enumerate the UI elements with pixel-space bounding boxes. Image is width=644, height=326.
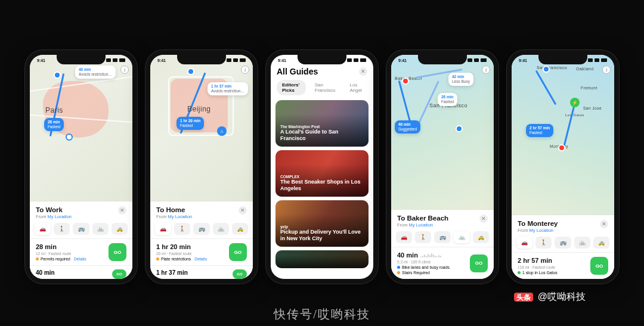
destination-pin[interactable] (66, 133, 73, 141)
go-button[interactable]: GO (229, 243, 247, 261)
destination-pin[interactable] (402, 77, 409, 85)
battery-icon (481, 58, 487, 62)
screen: 9:41 Paris i 40 min Avoids restriction… … (30, 55, 132, 279)
wifi-icon (113, 58, 117, 62)
origin-pin[interactable] (187, 68, 194, 75)
signal-icon (106, 58, 111, 62)
guides-tabs: Editors' Picks San Francisco Los Angel (271, 80, 373, 100)
go-button[interactable]: GO (470, 254, 488, 272)
battery-icon (360, 58, 366, 62)
transport-mode-picker: 🚗 🚶 🚌 🚲 🚕 (512, 237, 614, 252)
route-option[interactable]: 28 min 12 mi · Fastest route Permits req… (30, 238, 132, 265)
map-info-button[interactable]: i (241, 66, 249, 74)
route-callout-fastest[interactable]: 28 min Fastest (44, 118, 64, 131)
transport-mode-picker: 🚗 🚶 🚌 🚲 🚕 (391, 231, 494, 247)
guide-source: The Washington Post (280, 125, 364, 129)
mode-walk[interactable]: 🚶 (174, 223, 190, 235)
map-info-button[interactable]: i (120, 66, 129, 74)
route-option[interactable]: 40 min 5.3 mi · 185 ft climb Bike lanes … (391, 247, 494, 279)
route-meta: 12 mi · Fastest route (36, 252, 86, 256)
close-button[interactable]: ✕ (359, 67, 367, 76)
directions-sheet[interactable]: To Home From My Location ✕ 🚗 🚶 🚌 🚲 🚕 1 h… (150, 201, 253, 279)
status-time: 9:41 (157, 58, 166, 63)
mode-rideshare[interactable]: 🚕 (232, 223, 248, 235)
mode-cycle[interactable]: 🚲 (213, 223, 229, 235)
guides-list[interactable]: The Washington Post A Local's Guide to S… (271, 100, 373, 279)
device-baker-beach: 9:41 Baker Beach San Francisco i 42 min … (386, 50, 499, 284)
go-button[interactable]: GO (112, 269, 126, 279)
tab-los-angeles[interactable]: Los Angel (344, 80, 367, 95)
destination-pin[interactable] (558, 144, 565, 151)
close-button[interactable]: ✕ (239, 206, 247, 215)
details-link[interactable]: Details (74, 257, 86, 261)
guide-card[interactable]: The Washington Post A Local's Guide to S… (275, 100, 369, 147)
go-button[interactable]: GO (590, 257, 608, 275)
mode-walk[interactable]: 🚶 (54, 223, 70, 235)
screen: 9:41 Baker Beach San Francisco i 42 min … (391, 55, 494, 279)
directions-sheet[interactable]: To Work From My Location ✕ 🚗 🚶 🚌 🚲 🚕 28 … (30, 201, 132, 279)
route-option[interactable]: 2 hr 57 min 118 mi · Fastest route 1 sto… (512, 252, 614, 279)
tab-san-francisco[interactable]: San Francisco (309, 80, 341, 95)
directions-sheet[interactable]: To Monterey From My Location ✕ 🚗 🚶 🚌 🚲 🚕… (512, 215, 614, 279)
mode-walk[interactable]: 🚶 (415, 231, 431, 243)
origin-pin[interactable] (456, 125, 463, 132)
guide-card[interactable]: COMPLEX The Best Sneaker Shops in Los An… (275, 150, 369, 197)
route-option-collapsed[interactable]: 40 min GO (30, 265, 132, 279)
route-callout-less-busy[interactable]: 42 min Less Busy (448, 73, 473, 86)
origin-pin[interactable] (543, 66, 550, 73)
mode-car[interactable]: 🚗 (396, 231, 412, 243)
guide-card[interactable]: yelp Pickup and Delivery You'll Love in … (275, 200, 369, 247)
mode-rideshare[interactable]: 🚕 (112, 223, 128, 235)
map-beijing[interactable]: Beijing ⌂ i 1 hr 37 min Avoids restricti… (150, 55, 253, 201)
route-callout-suggested[interactable]: 40 min Suggested (395, 120, 420, 133)
route-option[interactable]: 1 hr 20 min 20 mi · Fastest route Plate … (150, 238, 253, 265)
device-monterey: 9:41 San Francisco Oakland Fremont San J… (507, 50, 619, 284)
mode-car[interactable]: 🚗 (35, 223, 51, 235)
route-callout-alt[interactable]: 40 min Avoids restriction… (75, 66, 116, 79)
route-option-collapsed[interactable]: 1 hr 37 min GO (150, 265, 253, 279)
close-button[interactable]: ✕ (118, 206, 126, 215)
go-button[interactable]: GO (233, 269, 247, 279)
status-time: 9:41 (519, 58, 527, 63)
map-sf[interactable]: Baker Beach San Francisco i 42 min Less … (391, 55, 494, 209)
mode-transit[interactable]: 🚌 (73, 223, 89, 235)
mode-cycle[interactable]: 🚲 (454, 231, 470, 243)
charge-dot-icon (518, 271, 521, 274)
mode-transit[interactable]: 🚌 (193, 223, 209, 235)
close-button[interactable]: ✕ (479, 215, 488, 223)
map-label-oakland: Oakland (576, 67, 594, 71)
map-info-button[interactable]: i (602, 66, 611, 74)
close-button[interactable]: ✕ (600, 220, 608, 228)
charge-stop-icon[interactable]: ⚡ (570, 98, 580, 107)
mode-rideshare[interactable]: 🚕 (473, 231, 489, 243)
home-pin-icon[interactable]: ⌂ (217, 126, 227, 136)
phone-lineup: 9:41 Paris i 40 min Avoids restriction… … (0, 0, 644, 298)
mode-walk[interactable]: 🚶 (535, 237, 552, 249)
from-label: From My Location (156, 214, 192, 219)
mode-car[interactable]: 🚗 (516, 237, 532, 249)
mode-cycle[interactable]: 🚲 (92, 223, 109, 235)
details-link[interactable]: Details (194, 257, 207, 261)
mode-transit[interactable]: 🚌 (555, 237, 571, 249)
notch (177, 55, 226, 64)
tab-editors-picks[interactable]: Editors' Picks (277, 80, 306, 95)
mode-cycle[interactable]: 🚲 (574, 237, 590, 249)
map-paris[interactable]: Paris i 40 min Avoids restriction… 28 mi… (30, 55, 132, 201)
mode-car[interactable]: 🚗 (155, 223, 171, 235)
mode-transit[interactable]: 🚌 (434, 231, 450, 243)
map-bay-area[interactable]: San Francisco Oakland Fremont San Jose L… (512, 55, 614, 215)
route-callout-alt[interactable]: 1 hr 37 min Avoids restriction… (208, 82, 248, 95)
guide-card[interactable] (275, 250, 369, 268)
go-button[interactable]: GO (109, 243, 126, 261)
route-callout-fastest[interactable]: 2 hr 57 min Fastest (526, 124, 553, 137)
origin-pin[interactable] (54, 72, 61, 79)
guides-title: All Guides (277, 67, 318, 76)
route-callout-fastest[interactable]: 26 min Fastest (438, 93, 457, 106)
route-callout-fastest[interactable]: 1 hr 20 min Fastest (177, 117, 204, 130)
map-info-button[interactable]: i (482, 66, 490, 74)
mode-rideshare[interactable]: 🚕 (593, 237, 609, 249)
directions-sheet[interactable]: To Baker Beach From My Location ✕ 🚗 🚶 🚌 … (391, 209, 494, 279)
city-label: Beijing (187, 105, 211, 113)
wifi-icon (354, 58, 358, 62)
wifi-icon (595, 58, 599, 62)
